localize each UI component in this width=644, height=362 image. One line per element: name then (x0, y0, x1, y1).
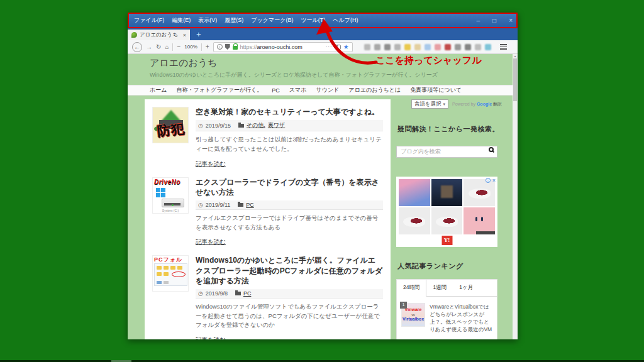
nav-home[interactable]: ホーム (150, 86, 167, 94)
menu-tools[interactable]: ツール(T) (301, 16, 325, 25)
close-button[interactable]: × (509, 18, 513, 24)
extension-icon[interactable] (425, 44, 431, 50)
nav-sound[interactable]: サウンド (316, 86, 339, 94)
maximize-button[interactable]: □ (492, 18, 496, 24)
nav-pc[interactable]: PC (272, 87, 280, 94)
thumbnail-caption: System (C:) (153, 209, 188, 212)
tab-close-icon[interactable]: × (183, 32, 186, 38)
category-link[interactable]: PC (246, 202, 254, 208)
annotation-oval (172, 272, 186, 277)
scrollbar-thumb[interactable] (513, 58, 517, 101)
tracking-shield-icon[interactable] (225, 44, 230, 50)
google-logo: Google (477, 102, 492, 106)
tab-aroeno-ouchi[interactable]: アロエのおうち × (128, 30, 190, 40)
ranking-item-text[interactable]: VmwareとVirtualboxではどちらがレスポンスが上？。低スペックでもと… (430, 303, 492, 334)
clock-icon: ◷ (198, 123, 203, 129)
navigation-toolbar: ← → ↻ ⌂ − 100% + i https://aroeno-ouchi.… (128, 40, 518, 54)
page-actions-icon[interactable]: ··· (326, 44, 333, 50)
read-more-link[interactable]: 記事を読む (196, 336, 226, 339)
category-link[interactable]: その他, (247, 121, 265, 129)
extension-icon[interactable] (485, 44, 491, 50)
search-input[interactable] (396, 146, 497, 158)
pocket-save-icon[interactable] (335, 45, 341, 50)
ranking-item-1[interactable]: 1 Vmware vs Virtualbox VmwareとVirtualbox… (397, 297, 497, 337)
article-title[interactable]: エクスプローラーでドライブの文字（番号）を表示させない方法 (196, 177, 383, 197)
extension-icon[interactable] (364, 44, 370, 50)
yahoo-logo[interactable]: Y! (441, 236, 452, 245)
extension-icon[interactable] (384, 44, 391, 50)
minimize-button[interactable]: – (477, 18, 480, 24)
extension-icon[interactable] (374, 44, 380, 50)
ad-block[interactable]: i × Y! (396, 177, 497, 247)
ad-image-placeholder[interactable] (399, 179, 430, 206)
menu-history[interactable]: 履歴(S) (225, 16, 243, 25)
bookmark-star-icon[interactable]: ★ (343, 43, 349, 50)
extension-icon[interactable] (455, 44, 461, 50)
reload-button[interactable]: ↻ (156, 44, 161, 50)
new-tab-button[interactable]: + (190, 30, 208, 40)
nav-about[interactable]: アロエのおうちとは (348, 86, 401, 94)
extension-icon[interactable] (414, 44, 421, 50)
ad-image-placeholder[interactable] (464, 207, 495, 234)
zoom-out-button[interactable]: − (177, 44, 180, 50)
site-title[interactable]: アロエのおうち (150, 57, 217, 69)
article-meta: ◷ 2019/9/8 PC (196, 289, 383, 299)
menu-view[interactable]: 表示(V) (198, 16, 217, 25)
ad-info-icon[interactable]: i (486, 178, 491, 183)
extension-icons (364, 44, 491, 50)
menu-edit[interactable]: 編集(E) (172, 16, 191, 25)
folder-icon (238, 203, 243, 207)
article-date: 2019/9/15 (206, 123, 231, 129)
ranking-item-2[interactable]: 2 Windows10のかゆい所に手… (397, 337, 497, 339)
nav-smartphone[interactable]: スマホ (289, 86, 307, 94)
language-select[interactable]: 言語を選択 ▾ (411, 99, 448, 109)
extension-icon[interactable] (465, 44, 471, 50)
site-info-icon[interactable]: i (217, 44, 223, 50)
address-bar[interactable]: i https://aroeno-ouchi.com ··· ★ (213, 42, 353, 52)
ad-image-placeholder[interactable] (431, 207, 463, 234)
ranking-tab-1week[interactable]: 1週間 (426, 280, 453, 296)
zoom-in-button[interactable]: + (206, 44, 209, 50)
extension-icon[interactable] (475, 44, 481, 50)
ranking-tab-1month[interactable]: 1ヶ月 (453, 280, 479, 296)
article-3-thumbnail[interactable]: PCフォルダ (152, 255, 189, 292)
nav-photographer[interactable]: 自称・フォトグラファーが行く。 (176, 86, 262, 94)
clock-icon: ◷ (198, 202, 203, 208)
article-excerpt: Windows10のファイル管理ソフトでもあるファイルエクスプローラーを起動させ… (196, 302, 383, 330)
article-list: 防犯 空き巣対策！家のセキュリティーって大事ですよね。 ◷ 2019/9/15 … (145, 99, 391, 339)
rank-badge: 1 (400, 302, 407, 309)
menu-hamburger-icon[interactable] (500, 44, 507, 50)
article-date: 2019/9/8 (206, 290, 228, 297)
back-button[interactable]: ← (132, 42, 142, 52)
read-more-link[interactable]: 記事を読む (196, 238, 226, 246)
scroll-up-arrow[interactable]: ▴ (513, 54, 518, 58)
nav-disclaimer[interactable]: 免責事項等について (410, 86, 462, 94)
menu-bookmarks[interactable]: ブックマーク(B) (251, 16, 293, 25)
url-text[interactable]: https://aroeno-ouchi.com (240, 44, 303, 50)
ad-close-icon[interactable]: × (492, 178, 496, 184)
article-title[interactable]: Windows10のかゆいところに手が届く。ファイルエクスプローラー起動時のPC… (196, 255, 383, 286)
ad-image-placeholder[interactable] (431, 179, 463, 206)
category-link[interactable]: PC (243, 290, 252, 297)
article-1-thumbnail[interactable]: 防犯 (152, 107, 189, 143)
forward-button[interactable]: → (146, 44, 152, 50)
article-title[interactable]: 空き巣対策！家のセキュリティーって大事ですよね。 (196, 107, 383, 117)
read-more-link[interactable]: 記事を読む (196, 160, 226, 168)
search-icon[interactable] (489, 147, 494, 152)
category-link[interactable]: 裏ワザ (268, 121, 285, 129)
windows-logo-icon (156, 188, 165, 197)
article-2-thumbnail[interactable]: DriveNo System (C:) (152, 177, 189, 214)
ranking-tab-24h[interactable]: 24時間 (397, 280, 426, 297)
home-button[interactable]: ⌂ (165, 44, 169, 50)
menu-file[interactable]: ファイル(F) (134, 16, 164, 25)
page-scrollbar[interactable]: ▴ (513, 54, 518, 339)
extension-icon[interactable] (404, 44, 411, 50)
ad-image-placeholder[interactable] (399, 207, 430, 234)
https-lock-icon (233, 46, 238, 50)
menu-help[interactable]: ヘルプ(H) (333, 16, 358, 25)
zoom-level[interactable]: 100% (184, 44, 197, 50)
extension-icon[interactable] (435, 44, 441, 50)
explorer-panel (154, 263, 187, 286)
extension-icon[interactable] (394, 44, 401, 50)
extension-icon[interactable] (445, 44, 451, 50)
